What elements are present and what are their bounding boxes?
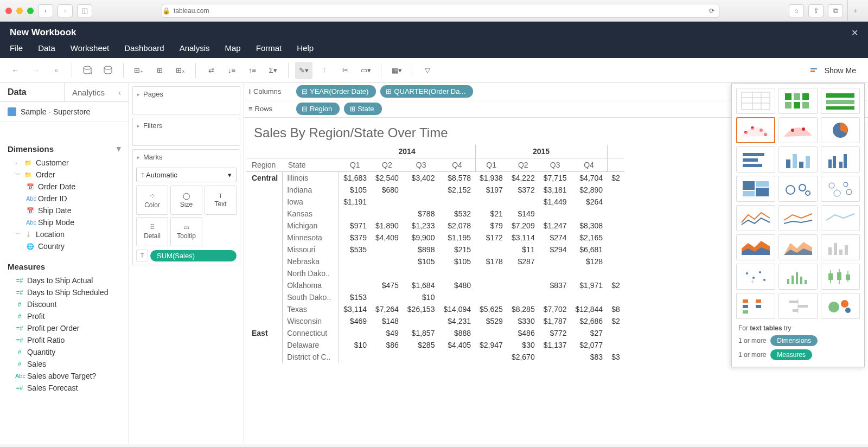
dimension-ship-date[interactable]: 📅Ship Date xyxy=(0,205,129,216)
totals-button[interactable]: Σ▾ xyxy=(264,62,282,79)
sort-asc-button[interactable]: ↓≡ xyxy=(223,62,240,79)
undo-button[interactable]: ← xyxy=(7,62,24,79)
showme-chart-type-18[interactable]: + xyxy=(736,264,775,290)
dimension-order-id[interactable]: AbcOrder ID xyxy=(0,193,129,205)
clear-button[interactable]: ⊞ₓ xyxy=(171,62,189,79)
measure-sales-forecast[interactable]: =#Sales Forecast xyxy=(0,382,129,394)
showme-chart-type-10[interactable] xyxy=(778,176,818,202)
show-mark-labels-button[interactable]: ▭▾ xyxy=(357,62,374,79)
marks-text-pill[interactable]: SUM(Sales) xyxy=(150,250,237,261)
pages-card[interactable]: ▸Pages xyxy=(132,86,240,114)
pill-region[interactable]: ⊟Region xyxy=(296,103,340,115)
filters-card[interactable]: ▸Filters xyxy=(132,118,240,146)
measure-profit[interactable]: #Profit xyxy=(0,310,129,322)
showme-chart-type-3[interactable] xyxy=(736,117,775,143)
marks-detail-button[interactable]: ⠿Detail xyxy=(136,217,168,246)
duplicate-button[interactable]: ⊞ xyxy=(151,62,168,79)
showme-chart-type-1[interactable] xyxy=(778,88,818,114)
showme-chart-type-21[interactable] xyxy=(736,293,775,319)
menu-analysis[interactable]: Analysis xyxy=(180,43,210,53)
new-tab-button[interactable]: ＋ xyxy=(847,0,863,22)
showme-chart-type-2[interactable] xyxy=(821,88,860,114)
menu-format[interactable]: Format xyxy=(256,43,282,53)
showme-chart-type-19[interactable] xyxy=(778,264,818,290)
showme-chart-type-13[interactable] xyxy=(778,205,818,231)
back-button[interactable]: ‹ xyxy=(38,4,53,17)
showme-chart-type-9[interactable] xyxy=(736,176,775,202)
datasource-item[interactable]: Sample - Superstore xyxy=(0,102,129,122)
tabs-button[interactable]: ⧉ xyxy=(828,4,843,17)
showme-chart-type-20[interactable] xyxy=(821,264,860,290)
pill-state[interactable]: ⊞State xyxy=(344,103,381,115)
measure-quantity[interactable]: #Quantity xyxy=(0,346,129,358)
tab-data[interactable]: Data xyxy=(0,83,64,101)
close-icon[interactable]: ✕ xyxy=(851,28,858,38)
marks-size-button[interactable]: ◯Size xyxy=(170,186,202,215)
sort-desc-button[interactable]: ↑≡ xyxy=(244,62,261,79)
showme-chart-type-5[interactable] xyxy=(821,117,860,143)
dimension-country[interactable]: 🌐Country xyxy=(0,240,129,252)
address-bar[interactable]: 🔒 tableau.com ⟳ xyxy=(162,4,719,18)
menu-help[interactable]: Help xyxy=(297,43,314,53)
menu-file[interactable]: File xyxy=(10,43,23,53)
showme-chart-type-7[interactable] xyxy=(778,146,818,173)
showme-toggle[interactable]: Show Me xyxy=(805,64,861,77)
showme-chart-type-23[interactable] xyxy=(821,293,860,319)
marks-tooltip-button[interactable]: ▭Tooltip xyxy=(170,217,202,246)
close-window-icon[interactable] xyxy=(5,8,12,14)
showme-panel: + For text tables try 1 or moreDimension… xyxy=(731,83,865,367)
showme-chart-type-4[interactable] xyxy=(778,117,818,143)
showme-chart-type-14[interactable] xyxy=(821,205,860,231)
showme-chart-type-6[interactable] xyxy=(736,146,775,173)
new-datasource-button[interactable]: + xyxy=(79,62,96,79)
dimension-customer[interactable]: ›📁Customer xyxy=(0,157,129,169)
forward-button[interactable]: › xyxy=(58,4,73,17)
pill-quarter[interactable]: ⊞QUARTER(Order Da... xyxy=(380,85,473,98)
new-worksheet-button[interactable]: ⊞₊ xyxy=(130,62,148,79)
save-button[interactable]: ▫ xyxy=(48,62,65,79)
menu-worksheet[interactable]: Worksheet xyxy=(71,43,109,53)
measure-profit-per-order[interactable]: =#Profit per Order xyxy=(0,322,129,334)
measure-discount[interactable]: #Discount xyxy=(0,298,129,310)
dimension-ship-mode[interactable]: AbcShip Mode xyxy=(0,216,129,228)
sidebar-toggle-button[interactable]: ◫ xyxy=(77,4,92,17)
pause-updates-button[interactable] xyxy=(99,62,117,79)
menu-data[interactable]: Data xyxy=(38,43,55,53)
measure-days-to-ship-scheduled[interactable]: =#Days to Ship Scheduled xyxy=(0,286,129,298)
measure-days-to-ship-actual[interactable]: =#Days to Ship Actual xyxy=(0,274,129,286)
minimize-window-icon[interactable] xyxy=(16,8,23,14)
measure-profit-ratio[interactable]: =#Profit Ratio xyxy=(0,334,129,346)
group-button[interactable]: ✂ xyxy=(336,62,354,79)
showme-chart-type-12[interactable] xyxy=(736,205,775,231)
pill-year[interactable]: ⊟YEAR(Order Date) xyxy=(296,85,376,98)
home-button[interactable]: ⌂ xyxy=(789,4,804,17)
showme-chart-type-11[interactable] xyxy=(821,176,860,202)
tab-analytics[interactable]: Analytics ‹ xyxy=(64,83,129,101)
menu-dashboard[interactable]: Dashboard xyxy=(124,43,164,53)
calc-icon: =# xyxy=(15,277,24,284)
text-button[interactable]: T xyxy=(316,62,333,79)
showme-chart-type-22[interactable] xyxy=(778,293,818,319)
redo-button[interactable]: → xyxy=(27,62,44,79)
dimension-order-date[interactable]: 📅Order Date xyxy=(0,181,129,193)
maximize-window-icon[interactable] xyxy=(27,8,34,14)
marks-color-button[interactable]: ⁘Color xyxy=(136,186,168,215)
fit-button[interactable]: ▦▾ xyxy=(388,62,405,79)
dimension-location[interactable]: ﹀ᛦLocation xyxy=(0,228,129,240)
swap-button[interactable]: ⇄ xyxy=(202,62,220,79)
showme-chart-type-15[interactable] xyxy=(736,234,775,260)
menu-map[interactable]: Map xyxy=(225,43,241,53)
dimension-order[interactable]: ﹀📁Order xyxy=(0,169,129,181)
highlight-button[interactable]: ✎▾ xyxy=(295,62,312,79)
marks-type-dropdown[interactable]: T Automatic▾ xyxy=(136,168,237,182)
measure-sales-above-target?[interactable]: AbcSales above Target? xyxy=(0,370,129,382)
reload-icon[interactable]: ⟳ xyxy=(709,7,714,15)
share-button[interactable]: ⇪ xyxy=(808,4,824,17)
showme-chart-type-0[interactable] xyxy=(736,88,775,114)
measure-sales[interactable]: #Sales xyxy=(0,358,129,370)
showme-chart-type-8[interactable] xyxy=(821,146,860,173)
marks-text-button[interactable]: TText xyxy=(205,186,237,215)
showme-chart-type-16[interactable] xyxy=(778,234,818,260)
showme-chart-type-17[interactable] xyxy=(821,234,860,260)
presentation-button[interactable]: ▽ xyxy=(419,62,436,79)
